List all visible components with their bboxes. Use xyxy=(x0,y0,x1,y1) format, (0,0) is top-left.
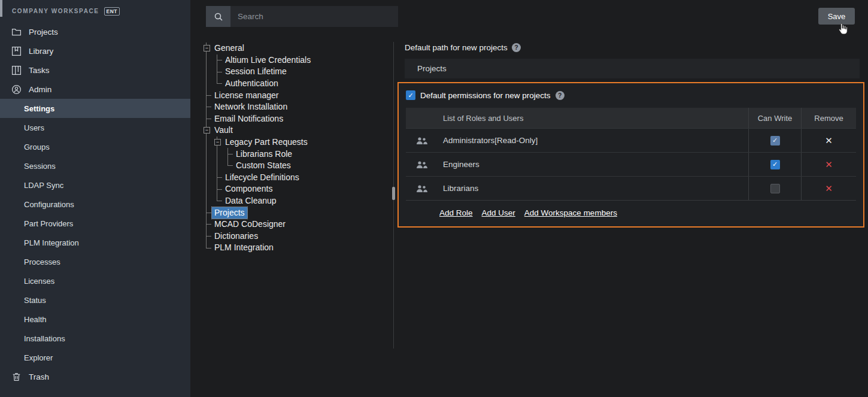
help-icon[interactable]: ? xyxy=(556,91,564,100)
workspace-name: COMPANY WORKSPACE xyxy=(12,8,99,14)
sidebar-item-label: Processes xyxy=(24,257,60,266)
workspace-header: COMPANY WORKSPACE ENT xyxy=(0,0,190,22)
default-permissions-checkbox[interactable]: ✓ xyxy=(406,90,415,100)
search-bar xyxy=(206,6,398,27)
header-icon-cell xyxy=(406,108,437,128)
sidebar-item-label: Trash xyxy=(29,372,49,381)
sidebar-item-trash[interactable]: Trash xyxy=(0,367,190,386)
sidebar-item-ldap-sync[interactable]: LDAP Sync xyxy=(0,175,190,195)
sidebar-item-label: Installations xyxy=(24,334,65,343)
collapse-icon[interactable]: − xyxy=(204,45,210,51)
sidebar-item-label: Explorer xyxy=(24,353,53,362)
admin-person-icon xyxy=(11,84,22,95)
sidebar-item-label: Tasks xyxy=(29,66,50,75)
sidebar-item-tasks[interactable]: Tasks xyxy=(0,60,190,80)
users-group-icon xyxy=(415,137,428,145)
sidebar-item-health[interactable]: Health xyxy=(0,310,190,329)
sidebar-item-label: Admin xyxy=(29,85,51,94)
sidebar-item-label: Projects xyxy=(29,28,58,37)
sidebar-item-label: Sessions xyxy=(24,162,56,171)
sidebar: COMPANY WORKSPACE ENT Projects Library T… xyxy=(0,0,190,397)
tree-item-email-notifications[interactable]: Email Notifications xyxy=(212,113,286,125)
sidebar-item-plm-integration[interactable]: PLM Integration xyxy=(0,233,190,252)
table-row-engineers: Engineers ✓ ✕ xyxy=(406,152,856,176)
search-icon xyxy=(214,12,223,22)
can-write-checkbox[interactable]: ✓ xyxy=(770,136,780,146)
sidebar-item-label: Users xyxy=(24,123,44,132)
tasks-icon xyxy=(11,65,22,75)
sidebar-item-label: PLM Integration xyxy=(24,238,79,247)
sidebar-item-label: Groups xyxy=(24,143,50,151)
sidebar-item-library[interactable]: Library xyxy=(0,41,190,60)
sidebar-item-projects[interactable]: Projects xyxy=(0,22,190,41)
tree-item-custom-states[interactable]: Custom States xyxy=(233,160,293,171)
tree-item-license-manager[interactable]: License manager xyxy=(212,90,281,101)
can-write-checkbox[interactable]: ✓ xyxy=(770,160,780,169)
can-write-checkbox[interactable] xyxy=(770,184,780,193)
table-action-links: Add Role Add User Add Workspace members xyxy=(439,208,856,217)
scrollbar-thumb[interactable] xyxy=(392,187,395,200)
add-role-link[interactable]: Add Role xyxy=(439,208,473,217)
tree-item-altium-live-credentials[interactable]: Altium Live Credentials xyxy=(223,54,313,66)
remove-x-icon[interactable]: ✕ xyxy=(825,184,833,193)
sidebar-item-part-providers[interactable]: Part Providers xyxy=(0,214,190,233)
col-remove: Remove xyxy=(801,108,856,128)
remove-x-icon[interactable]: ✕ xyxy=(825,160,833,169)
col-roles-users: List of Roles and Users xyxy=(437,108,748,128)
sidebar-item-label: Part Providers xyxy=(24,219,73,228)
sidebar-item-label: Status xyxy=(24,296,46,305)
tree-item-librarians-role[interactable]: Librarians Role xyxy=(233,149,295,160)
remove-x-icon[interactable]: ✕ xyxy=(825,136,833,145)
col-can-write: Can Write xyxy=(748,108,801,128)
sidebar-item-licenses[interactable]: Licenses xyxy=(0,271,190,290)
collapse-icon[interactable]: − xyxy=(214,139,221,146)
sidebar-item-status[interactable]: Status xyxy=(0,290,190,310)
sidebar-scrollbar[interactable] xyxy=(0,0,2,17)
sidebar-item-sessions[interactable]: Sessions xyxy=(0,156,190,175)
default-permissions-label: Default permissions for new projects xyxy=(420,91,551,100)
tree-item-mcad-codesigner[interactable]: MCAD CoDesigner xyxy=(212,219,288,230)
sidebar-item-users[interactable]: Users xyxy=(0,118,190,137)
enterprise-badge: ENT xyxy=(104,7,120,16)
tree-item-projects[interactable]: Projects xyxy=(212,207,247,219)
help-icon[interactable]: ? xyxy=(512,43,521,52)
sidebar-item-settings[interactable]: Settings xyxy=(0,99,190,118)
sidebar-item-processes[interactable]: Processes xyxy=(0,252,190,271)
tree-item-vault[interactable]: Vault xyxy=(212,125,235,136)
role-name: Administrators[Read-Only] xyxy=(437,129,748,152)
search-input[interactable] xyxy=(230,6,398,27)
save-button[interactable]: Save xyxy=(818,8,855,25)
role-name: Librarians xyxy=(437,177,748,200)
search-icon-box[interactable] xyxy=(206,6,230,27)
default-path-label: Default path for new projects xyxy=(405,43,508,52)
sidebar-item-groups[interactable]: Groups xyxy=(0,137,190,156)
tree-item-plm-integration-node[interactable]: PLM Integration xyxy=(212,242,276,253)
sidebar-item-label: Licenses xyxy=(24,277,54,286)
sidebar-item-label: Health xyxy=(24,315,47,324)
tree-item-legacy-part-requests[interactable]: Legacy Part Requests xyxy=(223,137,310,148)
table-row-administrators: Administrators[Read-Only] ✓ ✕ xyxy=(406,128,856,152)
tree-item-components[interactable]: Components xyxy=(223,183,275,195)
add-workspace-members-link[interactable]: Add Workspace members xyxy=(524,208,617,217)
sidebar-item-admin[interactable]: Admin xyxy=(0,80,190,99)
table-header: List of Roles and Users Can Write Remove xyxy=(406,108,856,128)
folder-icon xyxy=(11,27,22,37)
tree-item-general[interactable]: General xyxy=(212,43,247,54)
collapse-icon[interactable]: − xyxy=(204,127,210,134)
sidebar-item-installations[interactable]: Installations xyxy=(0,329,190,348)
role-name: Engineers xyxy=(437,153,748,176)
library-icon xyxy=(11,46,22,56)
tree-item-lifecycle-definitions[interactable]: Lifecycle Definitions xyxy=(223,172,302,183)
sidebar-item-explorer[interactable]: Explorer xyxy=(0,348,190,367)
tree-item-network-installation[interactable]: Network Installation xyxy=(212,101,290,113)
tree-item-session-lifetime[interactable]: Session Lifetime xyxy=(223,66,289,77)
tree-item-data-cleanup[interactable]: Data Cleanup xyxy=(223,195,279,207)
projects-settings-panel: Default path for new projects ? ✓ Defaul… xyxy=(397,42,864,228)
sidebar-item-label: Library xyxy=(29,47,53,56)
default-path-input[interactable] xyxy=(405,59,860,78)
tree-item-dictionaries[interactable]: Dictionaries xyxy=(212,231,260,242)
main-area: Save − General Altium Live Credentials S… xyxy=(190,0,868,397)
add-user-link[interactable]: Add User xyxy=(482,208,515,217)
tree-item-authentication[interactable]: Authentication xyxy=(223,78,281,89)
sidebar-item-configurations[interactable]: Configurations xyxy=(0,195,190,214)
